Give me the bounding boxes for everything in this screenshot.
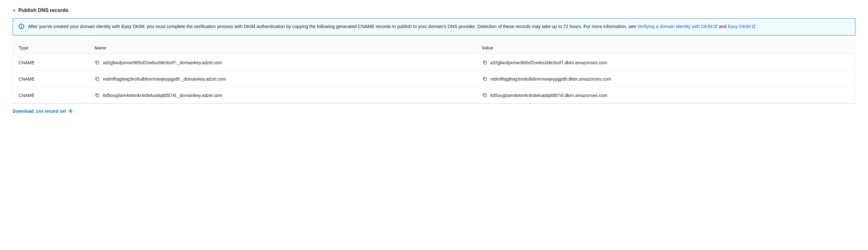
info-text-end: . bbox=[757, 24, 758, 29]
dns-records-table: Type Name Value CNAMEa32gfwufpxmw36t5sf2… bbox=[12, 41, 856, 104]
download-icon bbox=[68, 108, 73, 114]
svg-point-2 bbox=[21, 25, 22, 26]
table-row: CNAMEa32gfwufpxmw36t5sf2owbszlde3sof7._d… bbox=[13, 55, 855, 71]
link-verifying-dkim-label: Verifying a domain identity with DKIM bbox=[637, 24, 713, 29]
link-easy-dkim-label: Easy DKIM bbox=[728, 24, 751, 29]
svg-rect-8 bbox=[484, 95, 487, 97]
download-csv-link[interactable]: Download .csv record set bbox=[12, 108, 73, 114]
info-icon bbox=[19, 24, 24, 29]
cell-name-text: 6d5oug5am4wtxnkr4rdwluadqdd5l74l._domain… bbox=[103, 93, 222, 98]
cell-type: CNAME bbox=[13, 55, 89, 71]
svg-rect-7 bbox=[97, 95, 99, 97]
col-header-name: Name bbox=[89, 42, 476, 54]
table-row: CNAMEredmf6qg6wg3no6ulb6mrmwxjeypgpdh._d… bbox=[13, 71, 855, 87]
cell-type-text: CNAME bbox=[19, 60, 35, 65]
cell-value: redmf6qg6wg3no6ulb6mrmwxjeypgpdh.dkim.am… bbox=[476, 71, 855, 87]
cell-value: 6d5oug5am4wtxnkr4rdwluadqdd5l74l.dkim.am… bbox=[476, 87, 855, 103]
info-alert: After you've created your domain identit… bbox=[12, 18, 856, 36]
copy-name-button[interactable] bbox=[94, 92, 100, 98]
cell-name: redmf6qg6wg3no6ulb6mrmwxjeypgpdh._domain… bbox=[89, 71, 476, 87]
copy-name-button[interactable] bbox=[94, 60, 100, 66]
section-toggle[interactable]: ▼ Publish DNS records bbox=[12, 7, 856, 13]
svg-rect-6 bbox=[484, 78, 487, 81]
cell-value-text: redmf6qg6wg3no6ulb6mrmwxjeypgpdh.dkim.am… bbox=[490, 76, 612, 81]
copy-value-button[interactable] bbox=[482, 76, 488, 82]
info-text-part1: After you've created your domain identit… bbox=[28, 24, 637, 29]
svg-rect-1 bbox=[21, 26, 22, 28]
svg-rect-4 bbox=[484, 62, 487, 64]
copy-value-button[interactable] bbox=[482, 92, 488, 98]
cell-type: CNAME bbox=[13, 71, 89, 87]
table-row: CNAME6d5oug5am4wtxnkr4rdwluadqdd5l74l._d… bbox=[13, 87, 855, 103]
cell-name-text: a32gfwufpxmw36t5sf2owbszlde3sof7._domain… bbox=[103, 60, 222, 65]
cell-value-text: a32gfwufpxmw36t5sf2owbszlde3sof7.dkim.am… bbox=[490, 60, 607, 65]
table-body: CNAMEa32gfwufpxmw36t5sf2owbszlde3sof7._d… bbox=[13, 55, 855, 103]
info-text-and: and bbox=[719, 24, 728, 29]
cell-name-text: redmf6qg6wg3no6ulb6mrmwxjeypgpdh._domain… bbox=[103, 76, 226, 81]
cell-name: a32gfwufpxmw36t5sf2owbszlde3sof7._domain… bbox=[89, 55, 476, 71]
table-header: Type Name Value bbox=[13, 42, 855, 55]
copy-value-button[interactable] bbox=[482, 60, 488, 66]
cell-type-text: CNAME bbox=[19, 76, 35, 81]
svg-rect-3 bbox=[97, 62, 99, 64]
col-header-value: Value bbox=[476, 42, 855, 54]
info-text: After you've created your domain identit… bbox=[28, 23, 758, 31]
copy-name-button[interactable] bbox=[94, 76, 100, 82]
col-header-type: Type bbox=[13, 42, 89, 54]
external-link-icon bbox=[751, 24, 756, 31]
link-verifying-dkim[interactable]: Verifying a domain identity with DKIM bbox=[637, 24, 719, 29]
download-csv-label: Download .csv record set bbox=[12, 109, 66, 114]
cell-type: CNAME bbox=[13, 87, 89, 103]
link-easy-dkim[interactable]: Easy DKIM bbox=[728, 24, 757, 29]
cell-value-text: 6d5oug5am4wtxnkr4rdwluadqdd5l74l.dkim.am… bbox=[490, 93, 607, 98]
section-title: Publish DNS records bbox=[18, 7, 68, 13]
cell-value: a32gfwufpxmw36t5sf2owbszlde3sof7.dkim.am… bbox=[476, 55, 855, 71]
external-link-icon bbox=[713, 24, 718, 31]
cell-name: 6d5oug5am4wtxnkr4rdwluadqdd5l74l._domain… bbox=[89, 87, 476, 103]
svg-rect-5 bbox=[97, 78, 99, 81]
caret-down-icon: ▼ bbox=[12, 9, 16, 12]
cell-type-text: CNAME bbox=[19, 93, 35, 98]
